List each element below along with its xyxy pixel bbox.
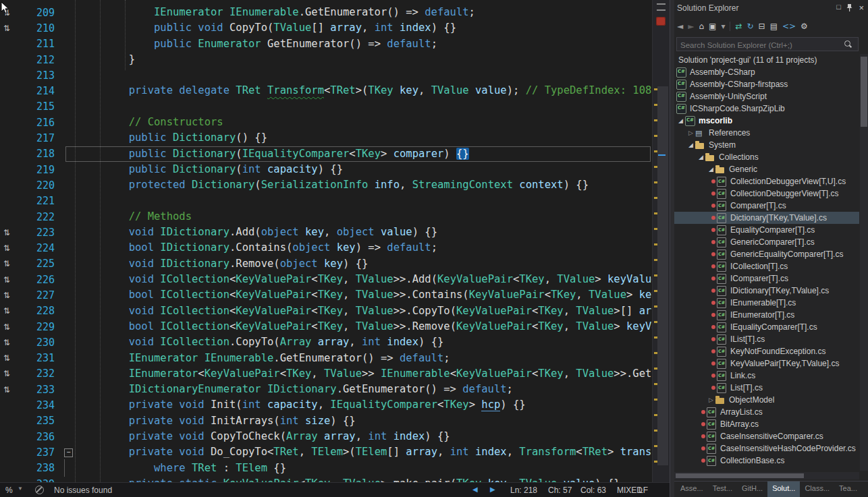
implements-glyph-icon[interactable]: ⇅ xyxy=(0,228,21,237)
expanded-arrow-icon[interactable]: ◢ xyxy=(676,117,685,124)
tree-item[interactable]: C#IEnumerator[T].cs xyxy=(674,309,859,321)
tree-item[interactable]: ◢Collections xyxy=(674,151,859,163)
zoom-caret-icon[interactable]: ▼ xyxy=(18,486,23,492)
tree-item[interactable]: C#BitArray.cs xyxy=(674,418,859,430)
code-line[interactable]: ⇅230 void ICollection.CopyTo(Array array… xyxy=(0,334,652,350)
tree-item[interactable]: C#CollectionDebuggerView[T,U].cs xyxy=(674,175,859,187)
code-editor[interactable]: ⇅209 IEnumerator IEnumerable.GetEnumerat… xyxy=(0,0,652,482)
tree-item[interactable]: C#CaseInsensitiveComparer.cs xyxy=(674,430,859,442)
editor-vertical-scrollbar[interactable] xyxy=(652,0,670,482)
tree-item[interactable]: C#Assembly-UnityScript xyxy=(674,90,859,103)
tree-item[interactable]: C#GenericComparer[T].cs xyxy=(674,236,859,248)
collapse-region-icon[interactable]: − xyxy=(64,448,73,457)
search-input[interactable] xyxy=(677,38,844,52)
tool-window-tab[interactable]: GitH... xyxy=(737,481,767,497)
scroll-left-icon[interactable]: ◀ xyxy=(472,486,478,493)
tree-item[interactable]: C#Assembly-CSharp xyxy=(674,66,859,78)
tree-item[interactable]: C#ICollection[T].cs xyxy=(674,260,859,272)
scrollbar-thumb[interactable] xyxy=(861,57,867,127)
implements-glyph-icon[interactable]: ⇅ xyxy=(0,306,21,316)
zoom-control[interactable]: % xyxy=(5,486,13,495)
implements-glyph-icon[interactable]: ⇅ xyxy=(0,369,21,378)
code-line[interactable]: ⇅228 void ICollection<KeyValuePair<TKey,… xyxy=(0,303,652,319)
code-line[interactable]: ⇅226 void ICollection<KeyValuePair<TKey,… xyxy=(0,272,652,287)
expanded-arrow-icon[interactable]: ◢ xyxy=(686,142,695,148)
code-line[interactable]: 221 xyxy=(0,194,652,209)
code-line[interactable]: 213 xyxy=(0,67,652,83)
implements-glyph-icon[interactable]: ⇅ xyxy=(0,385,21,394)
tree-item[interactable]: C#KeyValuePair[TKey,TValue].cs xyxy=(674,357,859,370)
tree-item[interactable]: C#Link.cs xyxy=(674,370,859,382)
code-line[interactable]: 211 public Enumerator GetEnumerator() =>… xyxy=(0,36,652,52)
code-line[interactable]: 216 // Constructors xyxy=(0,115,652,130)
scrollbar-thumb[interactable] xyxy=(657,86,668,465)
tree-item[interactable]: C#Dictionary[TKey,TValue].cs xyxy=(674,212,859,224)
scroll-right-icon[interactable]: ▶ xyxy=(490,486,495,493)
code-line[interactable]: ⇅209 IEnumerator IEnumerable.GetEnumerat… xyxy=(0,5,652,20)
implements-glyph-icon[interactable]: ⇅ xyxy=(0,243,21,253)
tree-item[interactable]: C#IEqualityComparer[T].cs xyxy=(674,321,859,333)
code-line[interactable]: 239 private static KeyValuePair<TKey, TV… xyxy=(0,476,652,482)
code-line[interactable]: 220 protected Dictionary(SerializationIn… xyxy=(0,177,652,193)
code-line[interactable]: 212 } xyxy=(0,52,652,67)
code-line[interactable]: ⇅224 bool IDictionary.Contains(object ke… xyxy=(0,240,652,256)
implements-glyph-icon[interactable]: ⇅ xyxy=(0,322,21,332)
document-health-error-icon[interactable] xyxy=(656,17,666,26)
tree-item[interactable]: C#GenericEqualityComparer[T].cs xyxy=(674,248,859,260)
tool-window-tab[interactable]: Test... xyxy=(708,481,737,497)
forward-icon[interactable]: ► xyxy=(688,22,694,30)
window-position-icon[interactable]: □ xyxy=(836,3,841,11)
code-line[interactable]: 237− private void Do_CopyTo<TRet, TElem>… xyxy=(0,444,652,460)
code-line[interactable]: 236 private void CopyToCheck(Array array… xyxy=(0,429,652,444)
expanded-arrow-icon[interactable]: ◢ xyxy=(707,166,715,173)
tree-item[interactable]: Solution 'project-gui' (11 of 11 project… xyxy=(674,54,859,66)
code-line[interactable]: ⇅223 void IDictionary.Add(object key, ob… xyxy=(0,225,652,240)
tree-item[interactable]: C#Comparer[T].cs xyxy=(674,200,859,212)
code-line[interactable]: 217 public Dictionary() {} xyxy=(0,130,652,146)
tree-item[interactable]: ◢Generic xyxy=(674,163,859,175)
refresh-icon[interactable]: ↻ xyxy=(747,22,754,30)
code-line[interactable]: 218 public Dictionary(IEqualityComparer<… xyxy=(0,146,652,162)
collapsed-arrow-icon[interactable]: ▷ xyxy=(707,397,715,403)
code-line[interactable]: ⇅233 IDictionaryEnumerator IDictionary.G… xyxy=(0,382,652,397)
tree-item[interactable]: C#Assembly-CSharp-firstpass xyxy=(674,78,859,90)
code-line[interactable]: ⇅210 public void CopyTo(TValue[] array, … xyxy=(0,20,652,36)
code-line[interactable]: 222 // Methods xyxy=(0,209,652,225)
code-line[interactable]: ⇅225 void IDictionary.Remove(object key)… xyxy=(0,256,652,272)
tree-item[interactable]: C#IDictionary[TKey,TValue].cs xyxy=(674,285,859,297)
tool-window-tab[interactable]: Solut... xyxy=(767,481,800,497)
tree-item[interactable]: ▷▤References xyxy=(674,127,859,139)
view-code-icon[interactable]: <> xyxy=(782,22,796,30)
collapsed-arrow-icon[interactable]: ▷ xyxy=(686,129,695,136)
code-line[interactable]: ⇅231 IEnumerator IEnumerable.GetEnumerat… xyxy=(0,351,652,366)
show-all-files-icon[interactable]: ▤ xyxy=(770,22,778,30)
tree-horizontal-scrollbar[interactable] xyxy=(674,472,859,479)
tree-item[interactable]: C#IEnumerable[T].cs xyxy=(674,297,859,309)
tool-window-tab[interactable]: Asse... xyxy=(676,481,708,497)
tree-item[interactable]: C#CollectionBase.cs xyxy=(674,455,859,467)
split-window-handle-icon[interactable] xyxy=(657,3,666,11)
code-line[interactable]: 235 private void InitArrays(int size) {} xyxy=(0,413,652,429)
implements-glyph-icon[interactable]: ⇅ xyxy=(0,353,21,363)
tree-item[interactable]: ▷ObjectModel xyxy=(674,394,859,406)
back-icon[interactable]: ◄ xyxy=(677,22,683,30)
home-icon[interactable]: ⌂ xyxy=(699,22,704,30)
properties-icon[interactable]: ⚙ xyxy=(801,22,808,30)
tree-item[interactable]: C#IComparer[T].cs xyxy=(674,272,859,285)
scope-caret-icon[interactable]: ▾ xyxy=(721,22,725,30)
implements-glyph-icon[interactable]: ⇅ xyxy=(0,24,21,33)
tool-window-tab[interactable]: Tea... xyxy=(834,481,862,497)
tree-item[interactable]: C#IList[T].cs xyxy=(674,333,859,345)
pin-icon[interactable] xyxy=(846,3,853,15)
code-line[interactable]: ⇅227 bool ICollection<KeyValuePair<TKey,… xyxy=(0,287,652,303)
implements-glyph-icon[interactable]: ⇅ xyxy=(0,338,21,347)
code-line[interactable]: ⇅229 bool ICollection<KeyValuePair<TKey,… xyxy=(0,319,652,334)
code-line[interactable]: 219 public Dictionary(int capacity) {} xyxy=(0,162,652,177)
tree-item[interactable]: C#ICSharpCode.SharpZipLib xyxy=(674,103,859,115)
tree-item[interactable]: C#KeyNotFoundException.cs xyxy=(674,345,859,357)
code-line[interactable]: 234 private void Init(int capacity, IEqu… xyxy=(0,397,652,413)
implements-glyph-icon[interactable]: ⇅ xyxy=(0,275,21,285)
implements-glyph-icon[interactable]: ⇅ xyxy=(0,291,21,300)
close-icon[interactable]: × xyxy=(859,3,864,13)
scope-icon[interactable]: ▣ xyxy=(709,22,716,30)
